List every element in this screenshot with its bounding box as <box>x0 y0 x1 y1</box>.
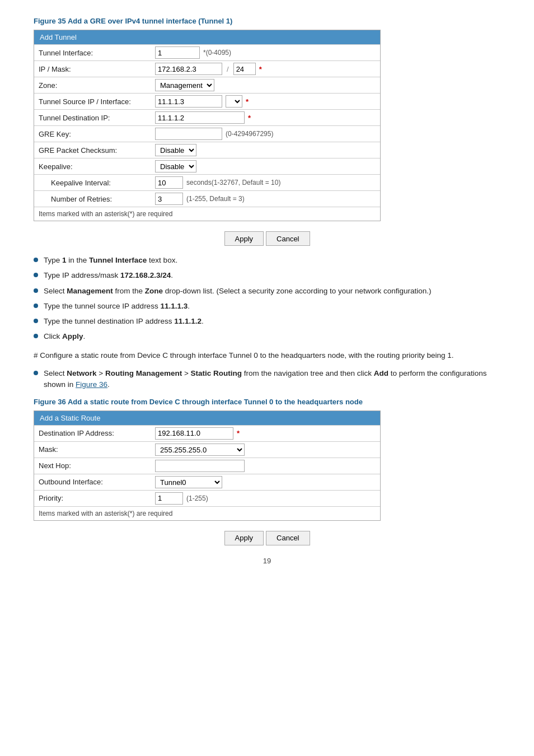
form1-apply-button[interactable]: Apply <box>224 231 264 246</box>
dest-ip-input[interactable] <box>155 427 233 440</box>
gre-key-fields: (0-4294967295) <box>152 126 380 142</box>
gre-key-row: GRE Key: (0-4294967295) <box>34 125 380 142</box>
bullet-list-2: Select Network > Routing Management > St… <box>34 368 500 391</box>
tunnel-interface-row: Tunnel Interface: *(0-4095) <box>34 44 380 60</box>
add-static-route-form: Add a Static Route Destination IP Addres… <box>34 410 381 521</box>
priority-fields: (1-255) <box>152 491 380 506</box>
tunnel-source-row: Tunnel Source IP / Interface: * <box>34 93 380 109</box>
page-number: 19 <box>34 557 500 565</box>
keepalive-select[interactable]: Disable Enable <box>155 160 196 172</box>
outbound-interface-select[interactable]: Tunnel0 <box>155 476 222 488</box>
ip-mask-label: IP / Mask: <box>34 63 152 76</box>
keepalive-interval-row: Keepalive Interval: seconds(1-32767, Def… <box>34 174 380 190</box>
next-hop-input[interactable] <box>155 460 245 472</box>
gre-checksum-fields: Disable Enable <box>152 142 380 158</box>
tunnel-interface-label: Tunnel Interface: <box>34 46 152 59</box>
tunnel-source-select[interactable] <box>226 95 242 108</box>
tunnel-source-fields: * <box>152 94 380 109</box>
figure36-link[interactable]: Figure 36 <box>76 380 107 389</box>
dest-ip-required: * <box>237 429 240 437</box>
ip-mask-required: * <box>259 65 262 73</box>
tunnel-interface-input[interactable] <box>155 46 200 59</box>
dest-ip-label: Destination IP Address: <box>34 427 152 440</box>
bullet-item: Type IP address/mask 172.168.2.3/24. <box>34 270 500 281</box>
bullet-list-1: Type 1 in the Tunnel Interface text box.… <box>34 255 500 343</box>
retries-fields: (1-255, Default = 3) <box>152 191 380 207</box>
ip-mask-row: IP / Mask: / * <box>34 60 380 77</box>
tunnel-dest-input[interactable] <box>155 111 245 124</box>
bullet-dot <box>34 371 38 375</box>
bullet-item: Select Management from the Zone drop-dow… <box>34 286 500 297</box>
next-hop-row: Next Hop: <box>34 458 380 474</box>
tunnel-interface-fields: *(0-4095) <box>152 45 380 60</box>
ip-input[interactable] <box>155 63 222 75</box>
priority-input[interactable] <box>155 492 183 505</box>
keepalive-interval-input[interactable] <box>155 176 183 189</box>
dest-ip-row: Destination IP Address: * <box>34 425 380 441</box>
form1-note: Items marked with an asterisk(*) are req… <box>34 207 380 221</box>
tunnel-source-label: Tunnel Source IP / Interface: <box>34 95 152 108</box>
tunnel-dest-label: Tunnel Destination IP: <box>34 111 152 124</box>
figure2-title: Figure 36 Add a static route from Device… <box>34 398 500 406</box>
gre-key-input[interactable] <box>155 128 222 140</box>
bullet-item: Type the tunnel destination IP address 1… <box>34 316 500 327</box>
paragraph-1: # Configure a static route from Device C… <box>34 349 500 362</box>
form1-button-row: Apply Cancel <box>34 231 500 246</box>
keepalive-interval-fields: seconds(1-32767, Default = 10) <box>152 175 380 190</box>
mask-label: Mask: <box>34 443 152 456</box>
keepalive-interval-hint: seconds(1-32767, Default = 10) <box>186 179 280 186</box>
tunnel-dest-row: Tunnel Destination IP: * <box>34 109 380 125</box>
priority-hint: (1-255) <box>186 494 208 502</box>
bullet-dot <box>34 273 38 277</box>
bullet-item: Type the tunnel source IP address 11.1.1… <box>34 301 500 312</box>
tunnel-interface-hint: *(0-4095) <box>203 49 231 57</box>
dest-ip-fields: * <box>152 426 380 441</box>
mask-row: Mask: 255.255.255.0 <box>34 441 380 458</box>
bullet-item: Click Apply. <box>34 331 500 342</box>
bullet-dot <box>34 258 38 262</box>
outbound-interface-fields: Tunnel0 <box>152 474 380 490</box>
retries-hint: (1-255, Default = 3) <box>186 195 245 203</box>
form2-note: Items marked with an asterisk(*) are req… <box>34 506 380 520</box>
next-hop-label: Next Hop: <box>34 459 152 472</box>
ip-mask-fields: / * <box>152 61 380 77</box>
form2-cancel-button[interactable]: Cancel <box>266 531 310 545</box>
bullet-item: Select Network > Routing Management > St… <box>34 368 500 391</box>
figure1-title: Figure 35 Add a GRE over IPv4 tunnel int… <box>34 17 500 25</box>
slash-separator: / <box>227 65 229 73</box>
gre-checksum-select[interactable]: Disable Enable <box>155 144 196 156</box>
zone-select[interactable]: Management <box>155 79 214 91</box>
tunnel-source-input[interactable] <box>155 95 222 108</box>
add-static-route-header: Add a Static Route <box>34 411 380 425</box>
priority-label: Priority: <box>34 492 152 505</box>
keepalive-row: Keepalive: Disable Enable <box>34 158 380 174</box>
bullet-dot <box>34 319 38 323</box>
keepalive-interval-label: Keepalive Interval: <box>34 176 152 189</box>
tunnel-source-required: * <box>246 97 249 106</box>
tunnel-dest-fields: * <box>152 110 380 125</box>
add-tunnel-form: Add Tunnel Tunnel Interface: *(0-4095) I… <box>34 30 381 221</box>
bullet-item: Type 1 in the Tunnel Interface text box. <box>34 255 500 266</box>
add-tunnel-header: Add Tunnel <box>34 30 380 44</box>
gre-key-label: GRE Key: <box>34 128 152 141</box>
retries-label: Number of Retries: <box>34 193 152 206</box>
mask-fields: 255.255.255.0 <box>152 442 380 458</box>
form2-button-row: Apply Cancel <box>34 531 500 545</box>
form2-apply-button[interactable]: Apply <box>224 531 264 545</box>
zone-label: Zone: <box>34 79 152 92</box>
mask-select[interactable]: 255.255.255.0 <box>155 444 245 456</box>
form1-cancel-button[interactable]: Cancel <box>266 231 310 246</box>
bullet-dot <box>34 334 38 338</box>
retries-row: Number of Retries: (1-255, Default = 3) <box>34 190 380 207</box>
outbound-interface-label: Outbound Interface: <box>34 475 152 488</box>
gre-checksum-label: GRE Packet Checksum: <box>34 144 152 157</box>
outbound-interface-row: Outbound Interface: Tunnel0 <box>34 474 380 490</box>
priority-row: Priority: (1-255) <box>34 490 380 506</box>
gre-checksum-row: GRE Packet Checksum: Disable Enable <box>34 142 380 158</box>
zone-row: Zone: Management <box>34 77 380 93</box>
retries-input[interactable] <box>155 193 183 205</box>
zone-fields: Management <box>152 77 380 93</box>
mask-input[interactable] <box>233 63 256 75</box>
keepalive-label: Keepalive: <box>34 160 152 173</box>
next-hop-fields <box>152 458 380 474</box>
